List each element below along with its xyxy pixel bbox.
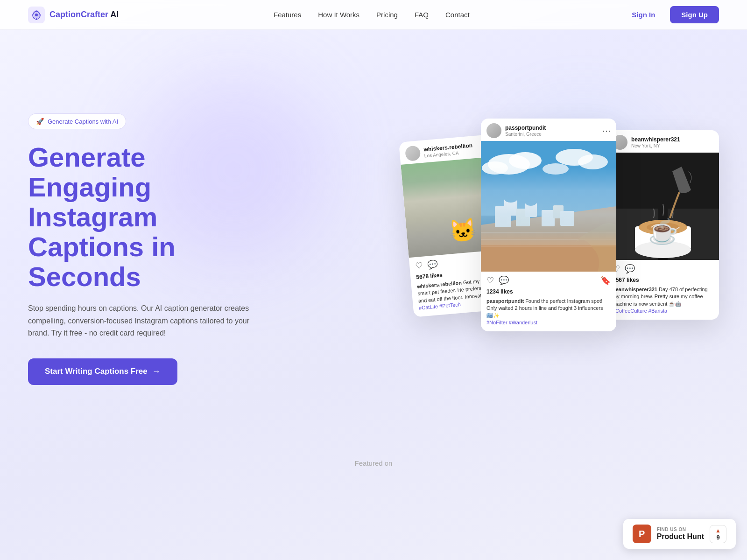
nav-faq[interactable]: FAQ [415,11,429,19]
ph-vote-count: 9 [716,534,719,541]
santorini-hashtags: #NoFilter #Wanderlust [486,320,537,325]
logo-text: CaptionCrafter AI [49,10,119,20]
svg-rect-20 [481,232,616,233]
svg-rect-18 [553,205,564,218]
ph-text-block: FIND US ON Product Hunt [657,527,704,541]
comment-icon-santorini[interactable]: 💬 [499,275,509,286]
card-actions-left-santorini: ♡ 💬 [486,275,509,286]
avatar-santorini [486,123,501,138]
navbar: CaptionCrafter AI Features How It Works … [0,0,747,30]
card-user-info-coffee: beanwhisperer321 New York, NY [631,136,680,148]
navbar-nav: Features How It Works Pricing FAQ Contac… [274,11,470,19]
card-actions-left-cat: ♡ 💬 [415,259,438,271]
svg-point-1 [35,14,38,16]
hero-cards-area: whiskers.rebellion Los Angeles, CA ⋯ ♡ 💬… [392,109,719,389]
card-header-coffee: beanwhisperer321 New York, NY [607,130,719,153]
bookmark-icon-santorini[interactable]: 🔖 [600,275,611,286]
svg-rect-21 [481,239,616,240]
like-icon-santorini[interactable]: ♡ [486,275,494,286]
svg-marker-10 [481,206,616,272]
ph-find-label: FIND US ON [657,527,704,532]
hero-title: Generate Engaging Instagram Captions in … [28,142,271,291]
svg-rect-14 [516,209,530,226]
card-header-santorini: passportpundit Santorini, Greece ⋯ [481,119,616,141]
card-actions-coffee: ♡ 💬 [607,260,719,276]
comment-icon-cat[interactable]: 💬 [427,259,438,270]
svg-point-30 [647,223,679,232]
card-user-cat: whiskers.rebellion Los Angeles, CA [405,140,473,161]
ph-icon-letter: P [639,529,645,539]
coffee-hashtags: #CoffeeCulture #Barista [613,308,667,314]
cta-label: Start Writing Captions Free [45,367,148,376]
coffee-likes: 3567 likes [607,276,719,285]
featured-on: Featured on [0,459,747,486]
hero-badge: 🚀 Generate Captions with AI [28,113,126,129]
ph-votes-block: ▲ 9 [710,525,726,543]
svg-rect-19 [560,211,574,226]
hero-left: 🚀 Generate Captions with AI Generate Eng… [28,113,271,385]
coffee-caption: beanwhisperer321 Day 478 of perfecting m… [607,285,719,320]
svg-rect-11 [495,206,511,227]
svg-point-7 [578,154,608,169]
nav-how-it-works[interactable]: How It Works [318,11,359,19]
nav-features[interactable]: Features [274,11,301,19]
logo-icon [28,7,45,23]
card-user-santorini: passportpundit Santorini, Greece [486,123,546,138]
product-hunt-icon: P [633,525,651,543]
svg-rect-15 [525,203,537,217]
svg-point-29 [639,220,687,235]
signup-button[interactable]: Sign Up [670,6,719,23]
santorini-caption-user: passportpundit [486,298,524,304]
cta-button[interactable]: Start Writing Captions Free → [28,358,177,385]
ph-product-name: Product Hunt [657,532,704,541]
ph-upvote-arrow-icon: ▲ [715,527,721,534]
product-hunt-badge[interactable]: P FIND US ON Product Hunt ▲ 9 [623,519,736,549]
comment-icon-coffee[interactable]: 💬 [625,264,635,274]
santorini-likes: 1234 likes [481,287,616,297]
coffee-caption-user: beanwhisperer321 [613,287,657,292]
nav-pricing[interactable]: Pricing [376,11,398,19]
like-icon-cat[interactable]: ♡ [415,260,423,271]
santorini-username: passportpundit [505,125,546,131]
coffee-username: beanwhisperer321 [631,136,680,143]
coffee-location: New York, NY [631,143,680,148]
card-user-info-cat: whiskers.rebellion Los Angeles, CA [423,142,473,158]
card-image-santorini [481,141,616,272]
svg-point-16 [525,199,536,206]
svg-point-5 [482,161,508,175]
nav-contact[interactable]: Contact [445,11,470,19]
instagram-card-coffee: beanwhisperer321 New York, NY [607,130,719,320]
svg-point-8 [543,163,569,175]
card-menu-santorini[interactable]: ⋯ [602,126,611,136]
badge-text: Generate Captions with AI [48,118,118,125]
svg-point-28 [635,241,691,258]
card-actions-santorini: ♡ 💬 🔖 [481,272,616,287]
badge-icon: 🚀 [36,118,44,125]
santorini-caption: passportpundit Found the perfect Instagr… [481,297,616,331]
logo-link[interactable]: CaptionCrafter AI [28,7,119,23]
navbar-actions: Sign In Sign Up [624,6,719,23]
svg-rect-17 [542,210,555,226]
cta-arrow-icon: → [152,367,161,377]
svg-point-4 [509,152,542,169]
santorini-location: Santorini, Greece [505,132,546,137]
card-user-info-santorini: passportpundit Santorini, Greece [505,125,546,136]
card-image-coffee [607,153,719,260]
instagram-card-santorini: passportpundit Santorini, Greece ⋯ [481,119,616,331]
hero-section: 🚀 Generate Captions with AI Generate Eng… [0,30,747,450]
svg-point-13 [504,195,517,203]
hero-subtitle: Stop spending hours on captions. Our AI … [28,302,252,339]
signin-button[interactable]: Sign In [624,7,662,22]
svg-rect-12 [504,199,517,216]
card-user-coffee: beanwhisperer321 New York, NY [613,135,680,150]
avatar-cat [405,145,421,161]
